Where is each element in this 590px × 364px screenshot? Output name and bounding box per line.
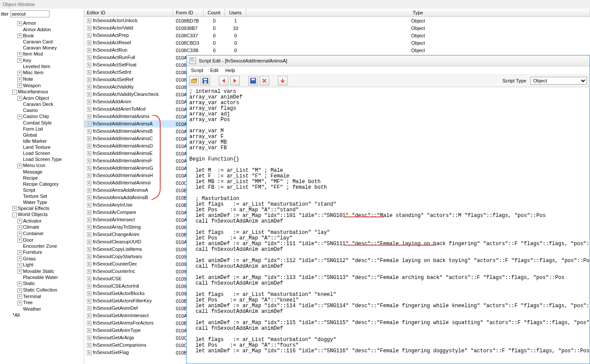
- tree-item[interactable]: +Container: [0, 230, 84, 237]
- expander-icon[interactable]: +: [17, 83, 22, 88]
- tree-item[interactable]: Land Texture: [0, 144, 84, 150]
- delete-icon[interactable]: [260, 76, 269, 85]
- tree-item[interactable]: +Key: [0, 57, 84, 64]
- expander-icon[interactable]: +: [17, 77, 22, 82]
- expander-icon[interactable]: +: [17, 288, 22, 293]
- down-arrow-icon[interactable]: [278, 76, 287, 85]
- tree-item[interactable]: +Item Mod: [0, 51, 84, 57]
- list-row[interactable]: fnSexoutActorUnlock0108BD7B01Object: [84, 17, 590, 24]
- tree-item[interactable]: +Armor: [0, 20, 84, 26]
- tree-item[interactable]: +Grass: [0, 256, 84, 262]
- filter-input[interactable]: [10, 10, 49, 17]
- expander-icon[interactable]: +: [17, 282, 22, 286]
- tree-item[interactable]: Weather: [0, 306, 84, 312]
- tree-item[interactable]: +Tree: [0, 299, 84, 306]
- tree-item[interactable]: Caravan Deck: [0, 101, 84, 107]
- expander-icon[interactable]: +: [17, 225, 22, 230]
- tree-item[interactable]: +Light: [0, 262, 84, 268]
- menu-script[interactable]: Script: [191, 68, 203, 73]
- expander-icon[interactable]: +: [17, 256, 22, 261]
- save-icon[interactable]: [201, 76, 210, 85]
- svg-rect-109: [88, 219, 89, 219]
- tree-item[interactable]: +Weapon: [0, 82, 84, 89]
- script-type-select[interactable]: Object: [531, 77, 587, 85]
- expander-icon[interactable]: +: [17, 71, 22, 75]
- expander-icon[interactable]: +: [17, 219, 22, 223]
- tree-item[interactable]: Caravan Money: [0, 45, 84, 51]
- tree-item[interactable]: +Movable Static: [0, 268, 84, 275]
- tree-item[interactable]: +Special Effects: [0, 205, 84, 212]
- expander-icon[interactable]: +: [17, 238, 22, 243]
- tree-item[interactable]: Placeable Water: [0, 274, 84, 280]
- tree-item[interactable]: +Activator: [0, 218, 84, 224]
- col-form-id[interactable]: Form ID: [173, 9, 204, 16]
- expander-icon[interactable]: +: [17, 33, 22, 38]
- tree-item[interactable]: Load Screen Type: [0, 156, 84, 162]
- expander-icon[interactable]: +: [17, 115, 22, 119]
- open-icon[interactable]: [189, 76, 199, 85]
- next-arrow-icon[interactable]: [230, 76, 240, 85]
- tree-item[interactable]: Message: [0, 169, 84, 175]
- expander-icon[interactable]: -: [12, 213, 17, 217]
- tree-item[interactable]: *All: [0, 312, 84, 318]
- expander-icon[interactable]: +: [17, 269, 22, 274]
- tree-item[interactable]: Global: [0, 132, 84, 138]
- list-row[interactable]: fnSexoutActorValid010938B7010Object: [84, 24, 590, 32]
- tree-item[interactable]: +Misc Item: [0, 69, 84, 76]
- expander-icon[interactable]: +: [17, 58, 22, 63]
- list-row[interactable]: fnSexoutActRun0108C33B00Object: [84, 46, 590, 54]
- tree-item[interactable]: +Terminal: [0, 293, 84, 300]
- tree-item[interactable]: Script: [0, 187, 84, 193]
- tree-item[interactable]: Idle Marker: [0, 138, 84, 144]
- col-type[interactable]: Type: [246, 9, 590, 16]
- tree-item[interactable]: Form List: [0, 126, 84, 132]
- tree-item[interactable]: +Static: [0, 280, 84, 287]
- tree-item[interactable]: Encounter Zone: [0, 243, 84, 249]
- expander-icon[interactable]: +: [17, 164, 22, 168]
- list-row[interactable]: fnSexoutActReset0108CBD300Object: [84, 39, 590, 46]
- tree-item[interactable]: +Menu Icon: [0, 162, 84, 169]
- tree-item[interactable]: -Miscellaneous: [0, 89, 84, 95]
- tree-item[interactable]: +Furniture: [0, 249, 84, 256]
- tree-item[interactable]: +Static Collection: [0, 287, 84, 293]
- expander-icon[interactable]: -: [12, 90, 17, 95]
- tree-item[interactable]: +Note: [0, 76, 84, 82]
- tree-item[interactable]: Armor Addon: [0, 26, 84, 33]
- category-tree[interactable]: +ArmorArmor Addon+BookCaravan CardCarava…: [0, 19, 84, 364]
- compile-save-icon[interactable]: [248, 76, 258, 85]
- tree-item[interactable]: Water Type: [0, 199, 84, 205]
- expander-icon[interactable]: +: [12, 206, 17, 211]
- script-text[interactable]: ; internal vars array_var animDef array_…: [189, 89, 587, 354]
- expander-icon[interactable]: +: [17, 301, 22, 305]
- tree-item[interactable]: Load Screen: [0, 150, 84, 156]
- expander-icon[interactable]: +: [17, 294, 22, 299]
- tree-item[interactable]: Caravan Card: [0, 39, 84, 45]
- tree-item[interactable]: Texture Set: [0, 193, 84, 199]
- tree-item[interactable]: +Anim Object: [0, 95, 84, 102]
- tree-item[interactable]: +Casino Chip: [0, 113, 84, 120]
- tree-item[interactable]: +Book: [0, 33, 84, 39]
- expander-icon[interactable]: +: [17, 52, 22, 57]
- menu-edit[interactable]: Edit: [210, 68, 218, 73]
- col-editor-id[interactable]: Editor ID: [84, 9, 173, 16]
- tree-item[interactable]: Leveled Item: [0, 63, 84, 69]
- prev-arrow-icon[interactable]: [219, 76, 228, 85]
- expander-icon[interactable]: +: [17, 21, 22, 26]
- tree-item[interactable]: Recipe: [0, 175, 84, 181]
- col-users[interactable]: Users: [225, 9, 246, 16]
- tree-item[interactable]: +Door: [0, 237, 84, 243]
- expander-icon[interactable]: +: [17, 250, 22, 255]
- tree-item[interactable]: +Climate: [0, 224, 84, 230]
- expander-icon[interactable]: +: [17, 96, 22, 101]
- col-count[interactable]: Count: [204, 9, 225, 16]
- expander-icon[interactable]: +: [17, 232, 22, 236]
- expander-icon[interactable]: +: [17, 263, 22, 268]
- list-row[interactable]: fnSexoutActPrep0108C33700Object: [84, 32, 590, 39]
- script-editor[interactable]: ; internal vars array_var animDef array_…: [187, 87, 590, 364]
- menu-help[interactable]: Help: [225, 68, 235, 73]
- tree-item[interactable]: Recipe Category: [0, 181, 84, 187]
- tree-item[interactable]: Combat Style: [0, 120, 84, 126]
- tree-label: Climate: [23, 224, 39, 230]
- tree-item[interactable]: -World Objects: [0, 211, 84, 218]
- tree-item[interactable]: Casino: [0, 107, 84, 113]
